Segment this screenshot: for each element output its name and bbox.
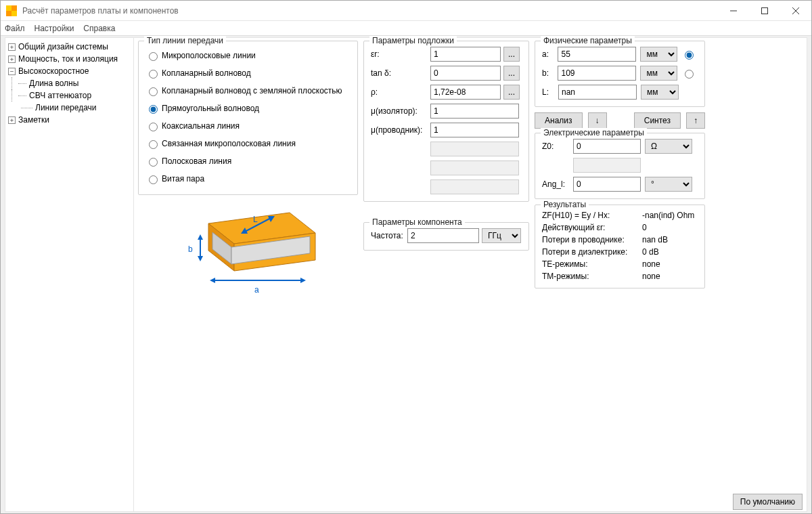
select-unit-b[interactable]: мм	[640, 66, 677, 81]
select-ang-unit[interactable]: °	[645, 177, 692, 192]
svg-marker-14	[210, 278, 215, 283]
label-a: a:	[542, 49, 554, 59]
radio-label: Коаксиальная линия	[162, 121, 240, 131]
legend: Параметры подложки	[369, 36, 457, 45]
svg-text:L: L	[253, 215, 258, 224]
analyze-button[interactable]: Анализ	[535, 112, 583, 129]
minimize-button[interactable]	[718, 1, 749, 20]
group-component: Параметры компонента Частота:ГГц	[363, 222, 529, 251]
radio-label: Копланарный волновод	[162, 68, 251, 78]
group-substrate: Параметры подложки εr:... tan δ:... ρ:..…	[363, 41, 529, 202]
arrow-down-button[interactable]: ↓	[588, 112, 607, 129]
radio-label: Связанная микрополосковая линия	[162, 139, 296, 148]
result-key: Действующий εr:	[542, 223, 642, 232]
tree-item[interactable]: Заметки	[18, 115, 49, 125]
group-results: Результаты ZF(H10) = Ey / Hx:-nan(ind) O…	[535, 205, 705, 288]
input-ang[interactable]	[573, 177, 641, 192]
menu-help[interactable]: Справка	[83, 24, 115, 33]
radio-label: Копланарный волновод с земляной плоскост…	[162, 86, 342, 95]
select-unit-a[interactable]: мм	[640, 47, 677, 62]
result-key: Потери в проводнике:	[542, 235, 642, 244]
menu-file[interactable]: Файл	[5, 24, 25, 33]
radio-label: Микрополосковые линии	[162, 51, 256, 60]
radio-cpwg[interactable]	[149, 87, 158, 96]
select-freq-unit[interactable]: ГГц	[482, 228, 521, 243]
tree-item[interactable]: Мощность, ток и изоляция	[18, 54, 118, 64]
radio-param-b[interactable]	[685, 70, 694, 79]
label-mu-i: μ(изолятор):	[371, 106, 430, 116]
input-b[interactable]	[558, 66, 636, 81]
result-value: 0	[642, 223, 647, 232]
label-tand: tan δ:	[371, 68, 430, 78]
titlebar: Расчёт параметров платы и компонентов	[1, 1, 811, 21]
tree-item-selected[interactable]: Линии передачи	[35, 103, 97, 112]
radio-param-a[interactable]	[685, 51, 694, 60]
input-rho[interactable]	[430, 85, 501, 100]
maximize-button[interactable]	[749, 1, 780, 20]
menubar: Файл Настройки Справка	[1, 21, 811, 36]
legend: Электрические параметры	[541, 128, 647, 137]
expand-icon[interactable]: +	[8, 116, 16, 124]
svg-marker-15	[300, 278, 306, 283]
result-value: -nan(ind) Ohm	[642, 211, 694, 220]
radio-cpw[interactable]	[149, 70, 158, 79]
tree-item[interactable]: Длина волны	[29, 79, 78, 88]
radio-stripline[interactable]	[149, 158, 158, 167]
input-disabled	[430, 142, 519, 156]
collapse-icon[interactable]: −	[8, 68, 16, 75]
input-disabled	[430, 179, 519, 194]
legend: Параметры компонента	[369, 217, 465, 227]
radio-label: Прямоугольный волновод	[162, 104, 259, 113]
expand-icon[interactable]: +	[8, 43, 16, 51]
radio-microstrip[interactable]	[149, 52, 158, 61]
waveguide-illustration: b a L	[176, 205, 329, 299]
group-line-type: Тип линии передачи Микрополосковые линии…	[138, 41, 358, 195]
input-mu-i[interactable]	[430, 104, 519, 119]
menu-settings[interactable]: Настройки	[35, 24, 74, 33]
input-l[interactable]	[558, 85, 637, 100]
browse-button[interactable]: ...	[503, 66, 520, 81]
select-unit-l[interactable]: мм	[641, 85, 679, 100]
browse-button[interactable]: ...	[503, 47, 520, 62]
tree-item[interactable]: Высокоскоростное	[18, 66, 89, 76]
label-mu-c: μ(проводник):	[371, 125, 430, 135]
result-value: nan dB	[642, 235, 668, 244]
input-z0[interactable]	[573, 139, 641, 154]
input-er[interactable]	[430, 47, 501, 62]
radio-label: Витая пара	[162, 174, 204, 184]
label-ang: Ang_l:	[542, 179, 569, 189]
arrow-up-button[interactable]: ↑	[686, 112, 705, 129]
input-tand[interactable]	[430, 66, 501, 81]
svg-text:a: a	[254, 285, 259, 295]
radio-coax[interactable]	[149, 123, 158, 131]
close-button[interactable]	[780, 1, 811, 20]
legend: Физические параметры	[541, 36, 635, 45]
input-a[interactable]	[558, 47, 636, 62]
legend: Тип линии передачи	[144, 36, 226, 45]
svg-marker-11	[198, 256, 203, 261]
synth-button[interactable]: Синтез	[634, 112, 681, 129]
group-physical: Физические параметры a:мм b:мм L:мм	[535, 41, 705, 107]
label-b: b:	[542, 68, 554, 78]
select-z0-unit[interactable]: Ω	[645, 139, 692, 154]
result-key: ZF(H10) = Ey / Hx:	[542, 211, 642, 220]
radio-coupled[interactable]	[149, 140, 158, 149]
label-z0: Z0:	[542, 142, 569, 151]
nav-tree[interactable]: +Общий дизайн системы +Мощность, ток и и…	[5, 38, 134, 511]
expand-icon[interactable]: +	[8, 56, 16, 63]
input-freq[interactable]	[407, 228, 479, 243]
tree-item[interactable]: СВЧ аттенюатор	[29, 91, 91, 100]
label-l: L:	[542, 87, 554, 97]
radio-rect-waveguide[interactable]	[149, 105, 158, 114]
svg-text:b: b	[188, 244, 193, 254]
result-value: none	[642, 272, 660, 281]
input-mu-c[interactable]	[430, 123, 519, 137]
app-icon	[6, 5, 17, 16]
group-electrical: Электрические параметры Z0:Ω Ang_l:°	[535, 133, 705, 199]
tree-item[interactable]: Общий дизайн системы	[18, 42, 108, 51]
browse-button[interactable]: ...	[503, 85, 520, 100]
default-button[interactable]: По умолчанию	[733, 494, 803, 510]
radio-twisted[interactable]	[149, 175, 158, 184]
label-er: εr:	[371, 49, 430, 59]
input-disabled	[430, 160, 519, 175]
